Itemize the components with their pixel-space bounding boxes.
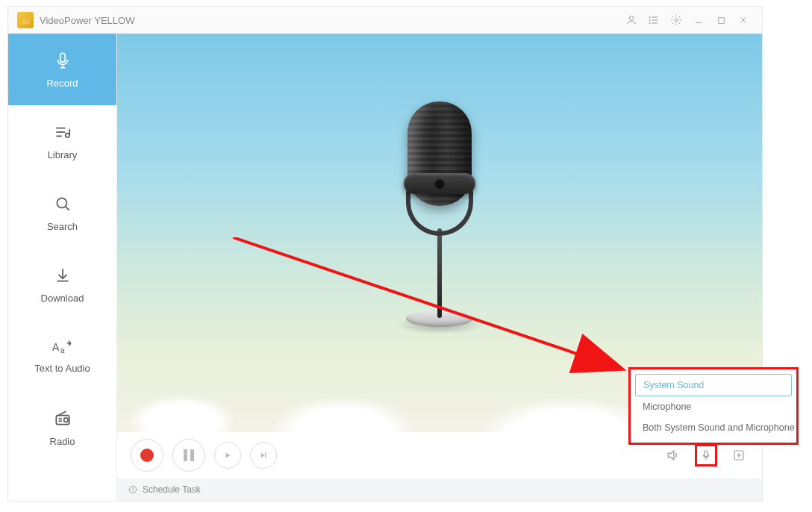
sidebar-item-label: Download — [41, 293, 84, 304]
audio-source-option-microphone[interactable]: Microphone — [635, 396, 792, 417]
svg-rect-32 — [265, 453, 266, 458]
schedule-task-link[interactable]: Schedule Task — [143, 484, 201, 495]
sidebar-item-search[interactable]: Search — [8, 177, 116, 249]
radio-icon — [53, 409, 72, 428]
svg-marker-30 — [226, 453, 231, 458]
settings-small-icon[interactable] — [729, 446, 749, 465]
svg-line-20 — [65, 206, 69, 210]
microphone-icon — [53, 51, 72, 70]
svg-text:A: A — [52, 341, 60, 353]
audio-source-option-both[interactable]: Both System Sound and Microphone — [635, 417, 792, 438]
sidebar-item-label: Radio — [50, 436, 75, 447]
sidebar-item-radio[interactable]: Radio — [8, 392, 116, 463]
minimize-button[interactable] — [689, 10, 708, 30]
text-to-audio-icon: Aa — [52, 339, 73, 355]
titlebar: VideoPower YELLOW — [8, 7, 762, 34]
search-icon — [53, 194, 72, 213]
next-button[interactable] — [250, 442, 277, 469]
audio-source-option-system[interactable]: System Sound — [635, 374, 792, 396]
sidebar-item-download[interactable]: Download — [8, 249, 116, 320]
audio-source-popup: System Sound Microphone Both System Soun… — [628, 367, 799, 445]
sidebar-item-library[interactable]: Library — [8, 105, 116, 177]
svg-point-7 — [675, 19, 678, 22]
sidebar-item-label: Text to Audio — [34, 363, 90, 374]
play-button[interactable] — [214, 442, 241, 469]
clock-icon — [128, 484, 138, 495]
pause-button[interactable] — [172, 439, 205, 472]
svg-rect-33 — [705, 451, 708, 457]
app-logo-icon — [17, 12, 34, 28]
sidebar-item-record[interactable]: Record — [8, 34, 116, 105]
svg-point-19 — [57, 198, 66, 207]
record-button[interactable] — [131, 439, 163, 472]
svg-marker-31 — [261, 453, 265, 458]
sidebar-item-label: Record — [47, 78, 78, 89]
svg-point-4 — [649, 16, 650, 17]
sidebar-item-label: Search — [47, 221, 78, 232]
svg-point-6 — [649, 22, 650, 23]
sidebar-item-text-to-audio[interactable]: Aa Text to Audio — [8, 320, 116, 392]
settings-icon[interactable] — [666, 10, 686, 30]
svg-point-5 — [649, 19, 650, 20]
library-icon — [53, 122, 72, 142]
svg-rect-9 — [718, 17, 724, 23]
app-title: VideoPower YELLOW — [40, 15, 134, 26]
svg-point-0 — [629, 16, 633, 20]
audio-source-button[interactable] — [696, 446, 716, 465]
sidebar: Record Library Search Download Aa Text t… — [8, 34, 117, 501]
download-icon — [53, 266, 72, 285]
list-icon[interactable] — [644, 10, 663, 30]
svg-point-26 — [63, 417, 67, 421]
svg-rect-25 — [56, 415, 69, 424]
svg-rect-12 — [60, 53, 65, 62]
sidebar-item-label: Library — [48, 149, 78, 160]
volume-icon[interactable] — [663, 446, 683, 465]
footer-bar: Schedule Task — [117, 478, 762, 501]
microphone-illustration — [365, 102, 514, 340]
svg-text:a: a — [60, 346, 65, 355]
close-button[interactable] — [734, 10, 753, 30]
maximize-button[interactable] — [711, 10, 731, 30]
account-icon[interactable] — [622, 10, 641, 30]
